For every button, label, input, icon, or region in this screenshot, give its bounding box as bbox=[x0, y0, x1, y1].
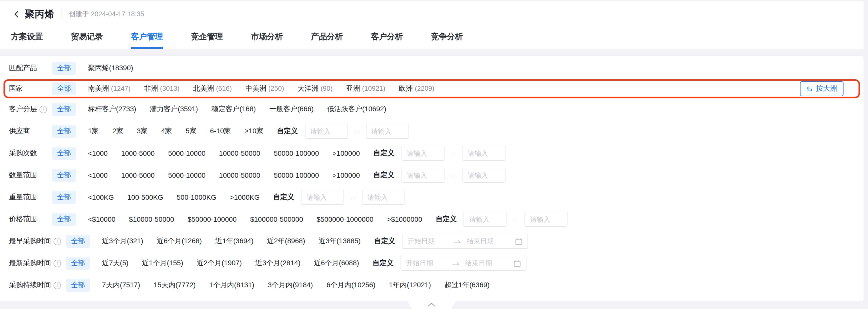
info-icon[interactable]: i bbox=[39, 105, 47, 113]
filter-quantity-range-max-input[interactable] bbox=[462, 168, 505, 183]
filter-weight-range-option[interactable]: >1000KG bbox=[230, 193, 260, 201]
filter-weight-range-all[interactable]: 全部 bbox=[52, 191, 76, 204]
filter-purchase-duration-option[interactable]: 3个月内(9184) bbox=[268, 281, 313, 290]
filter-latest-purchase-time-option[interactable]: 近3个月(2814) bbox=[255, 259, 301, 268]
group-by-continent-button[interactable]: ⇆按大洲 bbox=[800, 81, 843, 96]
filter-purchase-duration-all[interactable]: 全部 bbox=[66, 279, 90, 292]
info-icon[interactable]: i bbox=[54, 259, 61, 267]
filter-quantity-range-option[interactable]: 10000-50000 bbox=[219, 171, 260, 179]
filter-earliest-purchase-time-all[interactable]: 全部 bbox=[66, 235, 90, 248]
filter-suppliers-all[interactable]: 全部 bbox=[52, 125, 76, 138]
filter-latest-purchase-time-option[interactable]: 近6个月(6088) bbox=[314, 259, 359, 268]
filter-quantity-range-option[interactable]: 1000-5000 bbox=[121, 171, 155, 179]
info-icon[interactable]: i bbox=[54, 238, 61, 245]
filter-price-range-max-input[interactable] bbox=[525, 212, 567, 227]
filter-customer-tier-option[interactable]: 标杆客户(2733) bbox=[88, 105, 136, 114]
filter-weight-range-max-input[interactable] bbox=[362, 190, 405, 205]
filter-suppliers-min-input[interactable] bbox=[305, 124, 348, 139]
filter-earliest-purchase-time-option[interactable]: 近6个月(1268) bbox=[157, 237, 202, 246]
tab-trade-records[interactable]: 贸易记录 bbox=[71, 26, 103, 49]
filter-quantity-range-option[interactable]: 50000-100000 bbox=[274, 171, 319, 179]
tab-product-analysis[interactable]: 产品分析 bbox=[311, 26, 343, 49]
filter-price-range-option[interactable]: <$10000 bbox=[88, 215, 116, 223]
filter-weight-range-option[interactable]: <100KG bbox=[88, 193, 114, 201]
filter-purchase-count-option[interactable]: 5000-10000 bbox=[168, 149, 206, 157]
filter-purchase-count-min-input[interactable] bbox=[402, 146, 444, 161]
filter-earliest-purchase-time-custom[interactable]: 自定义 bbox=[374, 237, 395, 246]
filter-earliest-purchase-time-option[interactable]: 近3年(13885) bbox=[319, 237, 361, 246]
tab-market-analysis[interactable]: 市场分析 bbox=[251, 26, 283, 49]
filter-country-option[interactable]: 亚洲(10921) bbox=[346, 84, 385, 93]
filter-suppliers-max-input[interactable] bbox=[366, 124, 409, 139]
back-button[interactable] bbox=[12, 10, 21, 19]
tab-customer-analysis[interactable]: 客户分析 bbox=[371, 26, 403, 49]
filter-price-range-option[interactable]: $50000-100000 bbox=[187, 215, 237, 223]
filter-latest-purchase-time-date-range-input[interactable]: 开始日期结束日期 bbox=[401, 256, 527, 271]
tab-competition-analysis[interactable]: 竞争分析 bbox=[431, 26, 463, 49]
filter-weight-range-option[interactable]: 500-1000KG bbox=[177, 193, 217, 201]
filter-suppliers-option[interactable]: >10家 bbox=[245, 127, 264, 136]
filter-suppliers-option[interactable]: 1家 bbox=[88, 127, 99, 136]
filter-customer-tier-option[interactable]: 潜力客户(3591) bbox=[150, 105, 198, 114]
tab-customer-management[interactable]: 客户管理 bbox=[131, 26, 163, 49]
filter-customer-tier-all[interactable]: 全部 bbox=[52, 103, 76, 116]
filter-earliest-purchase-time-option[interactable]: 近1年(3694) bbox=[215, 237, 253, 246]
filter-quantity-range-custom[interactable]: 自定义 bbox=[373, 171, 395, 180]
collapse-panel-button[interactable] bbox=[407, 301, 456, 309]
filter-matched-product-option[interactable]: 聚丙烯(18390) bbox=[88, 64, 133, 73]
filter-latest-purchase-time-option[interactable]: 近1个月(155) bbox=[142, 259, 183, 268]
tab-plan-settings[interactable]: 方案设置 bbox=[11, 26, 43, 49]
filter-suppliers-option[interactable]: 5家 bbox=[186, 127, 196, 136]
info-icon[interactable]: i bbox=[54, 281, 61, 289]
filter-country-option[interactable]: 大洋洲(90) bbox=[298, 84, 333, 93]
filter-purchase-count-option[interactable]: 10000-50000 bbox=[219, 149, 260, 157]
filter-purchase-duration-option[interactable]: 超过1年(6369) bbox=[444, 281, 490, 290]
filter-price-range-all[interactable]: 全部 bbox=[52, 213, 76, 226]
filter-price-range-option[interactable]: $10000-50000 bbox=[129, 215, 174, 223]
filter-customer-tier-option[interactable]: 低活跃客户(10692) bbox=[327, 105, 386, 114]
filter-country-option[interactable]: 南美洲(1247) bbox=[88, 84, 130, 93]
filter-suppliers-option[interactable]: 2家 bbox=[113, 127, 124, 136]
filter-country-option[interactable]: 非洲(3013) bbox=[144, 84, 180, 93]
filter-purchase-duration-option[interactable]: 15天内(7772) bbox=[154, 281, 196, 290]
filter-purchase-count-option[interactable]: >100000 bbox=[333, 149, 360, 157]
filter-quantity-range-min-input[interactable] bbox=[402, 168, 444, 183]
filter-quantity-range-option[interactable]: <1000 bbox=[88, 171, 108, 179]
filter-purchase-duration-option[interactable]: 6个月内(10256) bbox=[327, 281, 375, 290]
filter-purchase-count-max-input[interactable] bbox=[462, 146, 505, 161]
filter-latest-purchase-time-option[interactable]: 近2个月(1907) bbox=[197, 259, 242, 268]
filter-purchase-count-all[interactable]: 全部 bbox=[52, 147, 76, 160]
filter-suppliers-option[interactable]: 3家 bbox=[137, 127, 148, 136]
filter-purchase-count-option[interactable]: 1000-5000 bbox=[121, 149, 155, 157]
filter-purchase-count-option[interactable]: 50000-100000 bbox=[274, 149, 319, 157]
tab-competitor-management[interactable]: 竞企管理 bbox=[191, 26, 223, 49]
filter-country-option[interactable]: 欧洲(2209) bbox=[399, 84, 434, 93]
filter-country-option[interactable]: 中美洲(250) bbox=[245, 84, 284, 93]
filter-price-range-option[interactable]: $500000-1000000 bbox=[316, 215, 373, 223]
filter-purchase-count-option[interactable]: <1000 bbox=[88, 149, 108, 157]
filter-quantity-range-option[interactable]: >100000 bbox=[333, 171, 360, 179]
filter-suppliers-option[interactable]: 4家 bbox=[161, 127, 172, 136]
filter-price-range-custom[interactable]: 自定义 bbox=[436, 215, 457, 224]
filter-price-range-option[interactable]: >$1000000 bbox=[387, 215, 422, 223]
filter-country-option[interactable]: 北美洲(616) bbox=[193, 84, 232, 93]
filter-latest-purchase-time-all[interactable]: 全部 bbox=[66, 257, 90, 270]
filter-quantity-range-option[interactable]: 5000-10000 bbox=[168, 171, 206, 179]
filter-country-all[interactable]: 全部 bbox=[52, 82, 76, 95]
filter-suppliers-custom[interactable]: 自定义 bbox=[277, 127, 298, 136]
filter-purchase-duration-option[interactable]: 7天内(7517) bbox=[102, 281, 140, 290]
filter-price-range-min-input[interactable] bbox=[464, 212, 507, 227]
filter-earliest-purchase-time-option[interactable]: 近3个月(321) bbox=[102, 237, 143, 246]
filter-weight-range-custom[interactable]: 自定义 bbox=[273, 193, 294, 202]
filter-matched-product-all[interactable]: 全部 bbox=[52, 62, 76, 75]
filter-purchase-duration-option[interactable]: 1个月内(8131) bbox=[209, 281, 254, 290]
filter-latest-purchase-time-custom[interactable]: 自定义 bbox=[372, 259, 394, 268]
filter-earliest-purchase-time-date-range-input[interactable]: 开始日期结束日期 bbox=[402, 234, 528, 249]
filter-weight-range-option[interactable]: 100-500KG bbox=[127, 193, 163, 201]
filter-customer-tier-option[interactable]: 一般客户(666) bbox=[269, 105, 313, 114]
filter-price-range-option[interactable]: $100000-500000 bbox=[250, 215, 303, 223]
filter-customer-tier-option[interactable]: 稳定客户(168) bbox=[212, 105, 256, 114]
filter-purchase-count-custom[interactable]: 自定义 bbox=[373, 149, 395, 158]
filter-earliest-purchase-time-option[interactable]: 近2年(8968) bbox=[267, 237, 305, 246]
filter-quantity-range-all[interactable]: 全部 bbox=[52, 169, 76, 182]
